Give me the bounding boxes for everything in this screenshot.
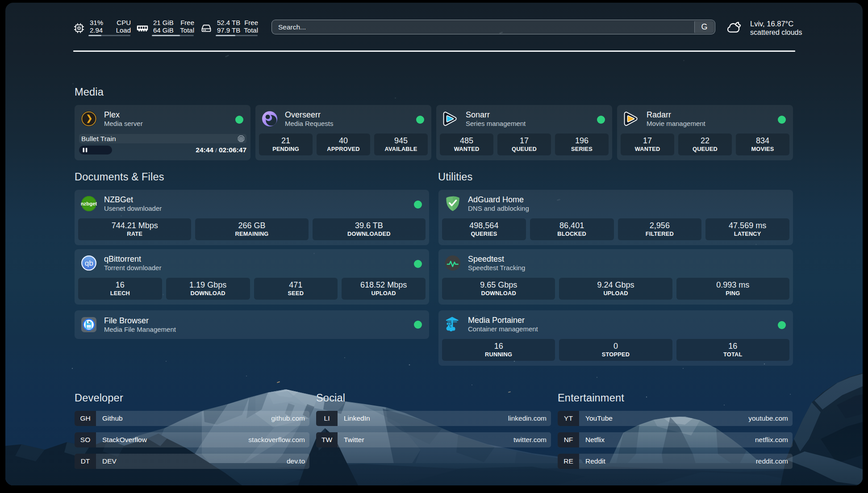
service-name: File Browser <box>104 316 176 326</box>
service-name: Sonarr <box>466 110 526 120</box>
service-card-adguard[interactable]: AdGuard Home DNS and adblocking 498,564Q… <box>438 190 793 245</box>
stat-label: DOWNLOAD <box>190 290 225 297</box>
service-stats: 9.65 GbpsDOWNLOAD 9.24 GbpsUPLOAD 0.993 … <box>442 278 789 300</box>
status-dot <box>416 116 424 124</box>
service-card-nzbget[interactable]: nzbget NZBGet Usenet downloader 744.21 M… <box>75 190 429 245</box>
service-card-portainer[interactable]: Media Portainer Container management 16R… <box>438 310 793 366</box>
service-description: Torrent downloader <box>104 264 161 272</box>
bookmark-twitter[interactable]: TW Twitter twitter.com <box>316 432 551 447</box>
stat-block: 22QUEUED <box>678 134 732 155</box>
stat-label: LATENCY <box>734 230 761 238</box>
bookmark-url: dev.to <box>287 454 309 469</box>
service-card-sonarr[interactable]: Sonarr Series management 485WANTED 17QUE… <box>436 105 612 160</box>
section-title-documents: Documents & Files <box>75 170 164 184</box>
stat-block: 39.6 TBDOWNLOADED <box>313 218 426 240</box>
playback-time: 24:44 / 02:06:47 <box>112 146 246 154</box>
bookmark-abbr: DT <box>75 454 96 469</box>
stat-block: 16TOTAL <box>676 339 789 361</box>
service-description: Media server <box>104 120 143 128</box>
bookmark-name: LinkedIn <box>338 411 508 426</box>
bookmark-name: YouTube <box>579 411 748 426</box>
status-dot <box>597 116 605 124</box>
filebrowser-icon <box>81 317 97 333</box>
stat-block: 86,401BLOCKED <box>530 218 614 240</box>
bookmark-url: twitter.com <box>513 432 551 447</box>
stat-block: 945AVAILABLE <box>374 134 428 155</box>
now-playing-title: Bullet Train <box>79 135 238 143</box>
stat-label: FILTERED <box>646 230 674 238</box>
stat-block: 0STOPPED <box>559 339 672 361</box>
stat-block: 9.65 GbpsDOWNLOAD <box>442 278 555 300</box>
svg-text:nzbget: nzbget <box>81 201 97 206</box>
stat-value: 266 GB <box>238 221 265 230</box>
bookmark-group-social: LI LinkedIn linkedin.com TW Twitter twit… <box>316 411 551 454</box>
stat-label: LEECH <box>110 290 130 297</box>
section-title-media: Media <box>75 85 104 99</box>
bookmark-linkedin[interactable]: LI LinkedIn linkedin.com <box>316 411 551 426</box>
stat-block: 21PENDING <box>259 134 313 155</box>
stat-block: 16LEECH <box>78 278 162 300</box>
stat-value: 945 <box>394 136 408 146</box>
stat-label: QUEUED <box>512 146 537 153</box>
stat-block: 485WANTED <box>440 134 493 155</box>
stat-label: PING <box>726 290 740 297</box>
stat-value: 471 <box>289 280 302 290</box>
service-stats: 21PENDING 40APPROVED 945AVAILABLE <box>259 134 428 155</box>
bookmark-youtube[interactable]: YT YouTube youtube.com <box>558 411 793 426</box>
stat-value: 21 <box>281 136 290 146</box>
stat-block: 266 GBREMAINING <box>195 218 308 240</box>
bookmark-url: stackoverflow.com <box>248 432 309 447</box>
stat-label: RUNNING <box>485 351 512 358</box>
bookmark-github[interactable]: GH Github github.com <box>75 411 309 426</box>
stat-value: 744.21 Mbps <box>112 221 158 230</box>
stat-label: WANTED <box>454 146 480 153</box>
stat-value: 40 <box>339 136 348 146</box>
service-description: Media Requests <box>285 120 333 128</box>
bookmark-url: netflix.com <box>755 432 793 447</box>
service-description: Usenet downloader <box>104 205 162 213</box>
status-dot <box>414 201 422 209</box>
bookmark-stackoverflow[interactable]: SO StackOverflow stackoverflow.com <box>75 432 309 447</box>
stat-block: 9.24 GbpsUPLOAD <box>559 278 672 300</box>
stat-block: 47.569 msLATENCY <box>705 218 789 240</box>
bookmark-abbr: SO <box>75 432 96 447</box>
service-card-qbittorrent[interactable]: qb qBittorrent Torrent downloader 16LEEC… <box>75 249 429 305</box>
service-card-filebrowser[interactable]: File Browser Media File Management <box>75 310 429 339</box>
bookmark-name: DEV <box>96 454 287 469</box>
stat-label: STOPPED <box>602 351 630 358</box>
status-dot <box>414 321 422 329</box>
service-stats: 498,564QUERIES 86,401BLOCKED 2,956FILTER… <box>442 218 789 240</box>
stat-block: 834MOVIES <box>736 134 789 155</box>
bookmark-dev[interactable]: DT DEV dev.to <box>75 454 309 469</box>
stat-label: DOWNLOAD <box>481 290 516 297</box>
status-dot <box>235 116 243 124</box>
bookmark-netflix[interactable]: NF Netflix netflix.com <box>558 432 793 447</box>
status-dot <box>778 321 786 329</box>
stat-value: 2,956 <box>650 221 670 230</box>
stat-block: 17WANTED <box>621 134 674 155</box>
svg-text:qb: qb <box>85 259 93 267</box>
service-card-speedtest[interactable]: Speedtest Speedtest Tracking 9.65 GbpsDO… <box>438 249 793 305</box>
service-card-overseerr[interactable]: Overseerr Media Requests 21PENDING 40APP… <box>255 105 431 160</box>
bookmark-abbr: YT <box>558 411 579 426</box>
service-stats: 16RUNNING 0STOPPED 16TOTAL <box>442 339 789 361</box>
service-name: Radarr <box>647 110 705 120</box>
service-name: Media Portainer <box>468 316 538 325</box>
dust-speck <box>72 83 74 84</box>
stat-value: 9.24 Gbps <box>597 280 634 290</box>
service-card-radarr[interactable]: Radarr Movie management 17WANTED 22QUEUE… <box>617 105 793 160</box>
section-title-utilities: Utilities <box>438 170 473 184</box>
stat-value: 498,564 <box>469 221 498 230</box>
status-dot <box>414 260 422 268</box>
service-stats: 17WANTED 22QUEUED 834MOVIES <box>621 134 789 155</box>
service-name: Plex <box>104 110 143 120</box>
pause-icon <box>83 148 88 152</box>
bookmark-name: Github <box>96 411 271 426</box>
service-stats: 485WANTED 17QUEUED 196SERIES <box>440 134 609 155</box>
stat-block: 17QUEUED <box>497 134 551 155</box>
service-card-plex[interactable]: Plex Media server Bullet Train <box>75 105 250 160</box>
stat-label: UPLOAD <box>371 290 396 297</box>
stat-label: DOWNLOADED <box>347 230 391 238</box>
bookmark-abbr: LI <box>316 411 338 426</box>
bookmark-reddit[interactable]: RE Reddit reddit.com <box>558 454 793 469</box>
